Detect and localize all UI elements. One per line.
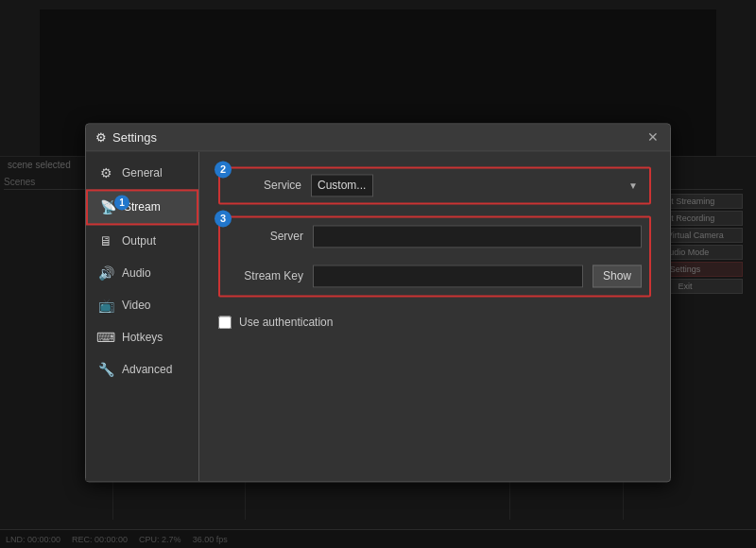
select-arrow-icon: ▼ (628, 180, 638, 191)
modal-body: ⚙ General 📡 Stream 1 🖥 Output 🔊 Aud (86, 151, 670, 481)
server-label: Server (228, 230, 303, 243)
sidebar-advanced-label: Advanced (122, 363, 172, 376)
settings-title-text: Settings (112, 130, 157, 145)
stream-key-row-inner: Stream Key Show (228, 265, 642, 287)
modal-header: ⚙ Settings ✕ (86, 124, 670, 151)
stream-key-input[interactable] (313, 265, 583, 287)
server-badge: 3 (215, 210, 232, 227)
sidebar-audio-label: Audio (122, 266, 151, 280)
obs-background: scene selected Properties Filters Scenes… (0, 0, 756, 548)
general-icon: ⚙ (97, 164, 114, 181)
sidebar-item-hotkeys[interactable]: ⌨ Hotkeys (86, 321, 198, 353)
settings-sidebar: ⚙ General 📡 Stream 1 🖥 Output 🔊 Aud (86, 151, 199, 481)
sidebar-video-label: Video (122, 299, 150, 312)
sidebar-item-output[interactable]: 🖥 Output (86, 225, 198, 257)
service-select-wrapper: Custom... ▼ (311, 174, 644, 197)
service-row: 2 Service Custom... ▼ (218, 166, 651, 204)
settings-icon: ⚙ (95, 130, 107, 145)
use-auth-label: Use authentication (239, 316, 333, 329)
use-auth-checkbox[interactable] (218, 316, 232, 329)
server-streamkey-row: 3 Server Stream Key Show (218, 215, 651, 297)
video-icon: 📺 (97, 297, 114, 314)
service-select[interactable]: Custom... (311, 174, 373, 197)
settings-modal: ⚙ Settings ✕ ⚙ General 📡 Stream 1 (85, 123, 671, 482)
sidebar-hotkeys-label: Hotkeys (122, 331, 163, 344)
hotkeys-icon: ⌨ (97, 329, 114, 346)
sidebar-item-advanced[interactable]: 🔧 Advanced (86, 353, 198, 385)
server-row-inner: Server (228, 225, 642, 248)
audio-icon: 🔊 (97, 265, 114, 282)
modal-overlay: ⚙ Settings ✕ ⚙ General 📡 Stream 1 (0, 0, 756, 548)
auth-row: Use authentication (218, 316, 651, 329)
service-label: Service (226, 179, 301, 192)
sidebar-item-general[interactable]: ⚙ General (86, 157, 198, 189)
sidebar-output-label: Output (122, 234, 156, 248)
service-badge: 2 (215, 161, 232, 178)
stream-key-label: Stream Key (228, 269, 303, 283)
settings-content: 2 Service Custom... ▼ 3 Serve (199, 151, 670, 481)
sidebar-item-video[interactable]: 📺 Video (86, 289, 198, 321)
output-icon: 🖥 (97, 232, 114, 249)
modal-title: ⚙ Settings (95, 130, 157, 145)
stream-badge: 1 (114, 195, 129, 210)
modal-close-button[interactable]: ✕ (645, 129, 661, 145)
sidebar-item-stream[interactable]: 📡 Stream 1 (86, 189, 198, 225)
server-input[interactable] (313, 225, 642, 248)
advanced-icon: 🔧 (97, 361, 114, 378)
sidebar-item-audio[interactable]: 🔊 Audio (86, 257, 198, 289)
show-stream-key-button[interactable]: Show (593, 265, 642, 287)
sidebar-general-label: General (122, 166, 163, 180)
